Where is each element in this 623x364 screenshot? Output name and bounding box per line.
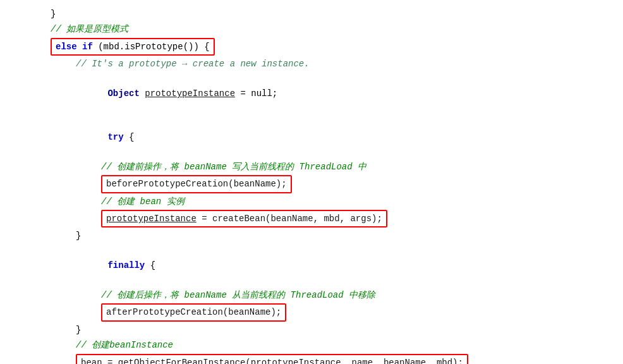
else-if-keyword: else if	[56, 40, 98, 54]
after-creation-call: afterPrototypeCreation(beanName);	[106, 305, 281, 319]
create-bean-call: = createBean(beanName, mbd, args);	[197, 212, 382, 226]
finally-open-brace: {	[145, 260, 155, 270]
comment-after-create: // 创建后操作，将 beanName 从当前线程的 ThreadLoad 中移…	[13, 288, 375, 302]
bean-args-rest: , name, beanName, mbd);	[341, 356, 463, 364]
code-line-object-declaration: Object prototypeInstance = null;	[13, 72, 623, 116]
bean-args-prototype-instance: prototypeInstance	[251, 356, 341, 364]
try-keyword: try	[107, 132, 123, 142]
code-line-try: try {	[13, 116, 623, 159]
code-line-close-brace-top: }	[13, 6, 623, 21]
code-line-comment-its-prototype: // It's a prototype → create a new insta…	[13, 56, 623, 71]
code-line-comment-prototype-mode: // 如果是原型模式	[13, 21, 623, 37]
code-line-close-finally: }	[13, 322, 623, 337]
finally-keyword: finally	[107, 260, 145, 270]
code-line-finally: finally {	[13, 244, 623, 288]
highlight-after-creation-box: afterPrototypeCreation(beanName);	[101, 303, 286, 321]
highlight-else-if-box: else if (mbd.isPrototype()) {	[51, 38, 215, 56]
brace-close-top: }	[13, 7, 56, 21]
comment-create-bean: // 创建 bean 实例	[13, 195, 184, 209]
close-try-brace: }	[13, 229, 81, 243]
code-line-comment-before-create: // 创建前操作，将 beanName 写入当前线程的 ThreadLoad 中	[13, 159, 623, 174]
finally-wrapper: finally {	[13, 245, 155, 287]
code-line-close-try: }	[13, 228, 623, 243]
code-line-comment-bean-instance: // 创建beanInstance	[13, 337, 623, 353]
code-line-comment-after-create: // 创建后操作，将 beanName 从当前线程的 ThreadLoad 中移…	[13, 288, 623, 303]
object-keyword: Object	[107, 88, 145, 99]
code-line-create-bean: prototypeInstance = createBean(beanName,…	[13, 209, 623, 228]
try-wrapper: try {	[13, 116, 134, 159]
prototype-instance-var: prototypeInstance	[145, 88, 235, 99]
comment-its-prototype: // It's a prototype → create a new insta…	[13, 57, 310, 71]
code-container: } // 如果是原型模式 else if (mbd.isPrototype())…	[0, 0, 623, 364]
comment-before-create: // 创建前操作，将 beanName 写入当前线程的 ThreadLoad 中	[13, 160, 366, 174]
code-line-after-creation: afterPrototypeCreation(beanName);	[13, 303, 623, 322]
null-assignment: = null;	[235, 88, 277, 99]
code-line-before-creation: beforePrototypeCreation(beanName);	[13, 174, 623, 193]
highlight-create-bean-box: prototypeInstance = createBean(beanName,…	[101, 210, 387, 228]
try-open-brace: {	[124, 132, 135, 142]
proto-instance-lhs: prototypeInstance	[106, 212, 197, 226]
comment-create-bean-instance: // 创建beanInstance	[13, 338, 173, 352]
code-line-get-object-for-bean: bean = getObjectForBeanInstance(prototyp…	[13, 353, 623, 364]
object-declaration-wrapper: Object prototypeInstance = null;	[13, 73, 277, 115]
bean-assign-prefix: bean = getObjectForBeanInstance(	[81, 356, 251, 364]
highlight-get-object-box: bean = getObjectForBeanInstance(prototyp…	[76, 354, 468, 364]
mbd-is-prototype-call: (mbd.isPrototype()) {	[98, 40, 209, 54]
before-creation-call: beforePrototypeCreation(beanName);	[106, 177, 287, 191]
code-line-else-if: else if (mbd.isPrototype()) {	[13, 37, 623, 56]
code-line-comment-create-bean: // 创建 bean 实例	[13, 194, 623, 209]
close-finally-brace: }	[13, 323, 81, 337]
comment-prototype-mode: // 如果是原型模式	[13, 22, 128, 36]
highlight-before-creation-box: beforePrototypeCreation(beanName);	[101, 175, 292, 193]
